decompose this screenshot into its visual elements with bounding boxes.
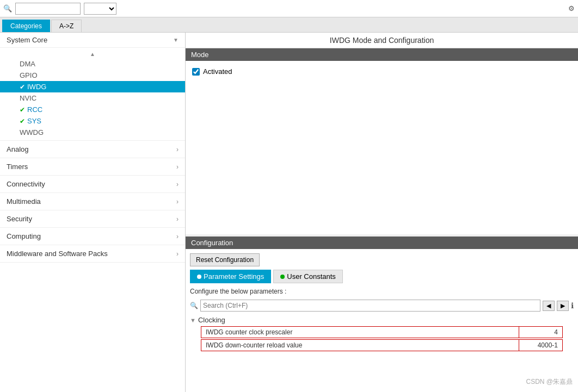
section-system-core[interactable]: System Core ▼ [0, 33, 185, 48]
reset-configuration-button[interactable]: Reset Configuration [190, 253, 260, 266]
system-core-expanded: ▲ DMA GPIO ✔ IWDG NVIC [0, 48, 185, 141]
security-label: Security [7, 215, 32, 223]
clocking-row: ▼ Clocking [190, 315, 574, 325]
section-computing[interactable]: Computing › [0, 228, 185, 245]
dot-icon-param [197, 275, 201, 279]
activated-label: Activated [203, 67, 232, 76]
param-name-prescaler: IWDG counter clock prescaler [201, 327, 519, 338]
sidebar-item-nvic[interactable]: NVIC [0, 92, 185, 104]
mode-visualization-area [192, 76, 571, 228]
param-value-reload[interactable]: 4000-1 [519, 340, 562, 351]
top-bar: 🔍 ⚙ [0, 0, 578, 17]
sidebar-item-wwdg[interactable]: WWDG [0, 127, 185, 138]
check-icon-sys: ✔ [20, 117, 25, 125]
chevron-right-icon-connectivity: › [176, 181, 179, 188]
param-settings-label: Parameter Settings [204, 272, 264, 281]
clocking-group: ▼ Clocking IWDG counter clock prescaler … [190, 315, 574, 352]
params-header: Configure the below parameters : [190, 287, 574, 296]
tab-bar: Categories A->Z [0, 17, 578, 33]
dma-label: DMA [20, 60, 35, 68]
clocking-label: Clocking [198, 316, 225, 324]
timers-label: Timers [7, 163, 28, 171]
gear-button[interactable]: ⚙ [568, 4, 575, 13]
connectivity-label: Connectivity [7, 180, 45, 188]
user-constants-label: User Constants [287, 272, 336, 281]
content-area: IWDG Mode and Configuration Mode Activat… [186, 33, 578, 392]
rcc-label: RCC [27, 105, 42, 114]
wwdg-label: WWDG [20, 128, 44, 136]
tab-parameter-settings[interactable]: Parameter Settings [190, 270, 271, 283]
activated-row: Activated [192, 67, 571, 76]
content-title: IWDG Mode and Configuration [186, 33, 578, 48]
param-row-prescaler: IWDG counter clock prescaler 4 [201, 326, 563, 338]
sidebar: System Core ▼ ▲ DMA GPIO ✔ IWDG [0, 33, 186, 392]
watermark: CSDN @朱嘉鼎 [526, 377, 573, 387]
info-icon[interactable]: ℹ [571, 301, 574, 310]
dot-icon-user [280, 275, 285, 279]
section-middleware[interactable]: Middleware and Software Packs › [0, 245, 185, 263]
sidebar-item-sys[interactable]: ✔ SYS [0, 115, 185, 127]
tab-user-constants[interactable]: User Constants [273, 270, 343, 283]
mode-header: Mode [186, 48, 578, 61]
sidebar-item-dma[interactable]: DMA [0, 58, 185, 70]
tab-categories[interactable]: Categories [2, 20, 50, 32]
system-core-label: System Core [7, 36, 47, 44]
gpio-label: GPIO [20, 71, 38, 79]
config-header: Configuration [186, 237, 578, 249]
search-params-icon: 🔍 [190, 302, 198, 309]
param-row-reload: IWDG down-counter reload value 4000-1 [201, 339, 563, 351]
params-search-row: 🔍 ◀ ▶ ℹ [190, 300, 574, 312]
search-input[interactable] [15, 3, 81, 15]
param-value-prescaler[interactable]: 4 [519, 327, 562, 338]
middleware-label: Middleware and Software Packs [7, 250, 108, 258]
sidebar-item-gpio[interactable]: GPIO [0, 70, 185, 81]
section-connectivity[interactable]: Connectivity › [0, 176, 185, 193]
sys-label: SYS [27, 117, 41, 125]
config-tabs: Parameter Settings User Constants [190, 270, 574, 283]
params-search-input[interactable] [200, 300, 540, 312]
sidebar-item-rcc[interactable]: ✔ RCC [0, 104, 185, 115]
mode-body: Activated [186, 61, 578, 234]
nav-prev-button[interactable]: ◀ [543, 301, 555, 311]
chevron-right-icon-security: › [176, 215, 179, 223]
iwdg-label: IWDG [27, 83, 46, 91]
multimedia-label: Multimedia [7, 197, 41, 206]
search-dropdown[interactable] [84, 3, 116, 15]
tab-az[interactable]: A->Z [51, 20, 82, 32]
nav-next-button[interactable]: ▶ [557, 301, 569, 311]
mode-section: Mode Activated [186, 48, 578, 234]
analog-label: Analog [7, 145, 28, 153]
param-name-reload: IWDG down-counter reload value [201, 340, 519, 351]
config-body: Reset Configuration Parameter Settings U… [186, 249, 578, 392]
chevron-right-icon-multimedia: › [176, 198, 179, 206]
chevron-right-icon-middleware: › [176, 250, 179, 258]
check-icon-iwdg: ✔ [20, 83, 25, 91]
section-timers[interactable]: Timers › [0, 158, 185, 176]
sort-icon[interactable]: ▲ [90, 51, 95, 57]
activated-checkbox[interactable] [192, 68, 200, 76]
chevron-right-icon-computing: › [176, 233, 179, 240]
nvic-label: NVIC [20, 94, 36, 102]
clocking-toggle-icon[interactable]: ▼ [190, 317, 196, 323]
section-multimedia[interactable]: Multimedia › [0, 193, 185, 210]
section-security[interactable]: Security › [0, 210, 185, 228]
config-section: Configuration Reset Configuration Parame… [186, 237, 578, 392]
chevron-right-icon-timers: › [176, 163, 179, 171]
section-analog[interactable]: Analog › [0, 141, 185, 158]
chevron-right-icon: › [176, 146, 179, 153]
search-icon: 🔍 [3, 4, 12, 13]
sidebar-item-iwdg[interactable]: ✔ IWDG [0, 81, 185, 92]
computing-label: Computing [7, 232, 41, 240]
check-icon-rcc: ✔ [20, 106, 25, 114]
chevron-down-icon: ▼ [173, 37, 179, 43]
